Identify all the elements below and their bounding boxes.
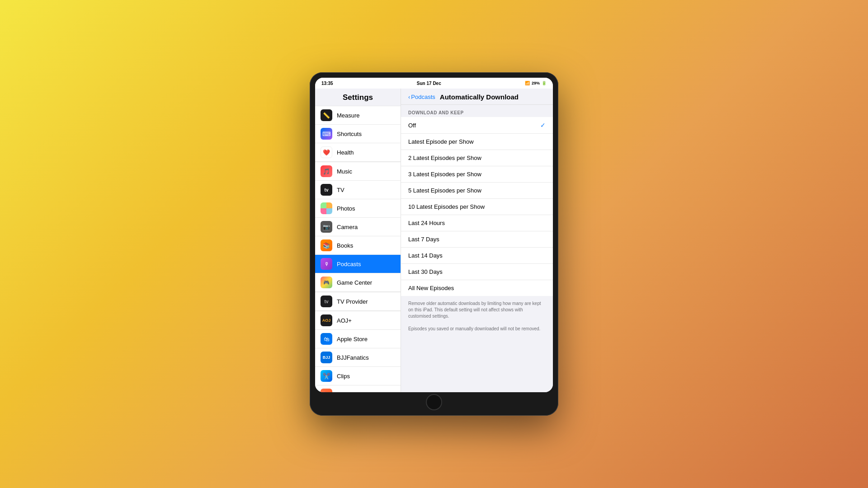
sidebar-label-music: Music (337, 168, 352, 175)
option-latest10-label: 10 Latest Episodes per Show (408, 203, 485, 210)
sidebar-label-applestore: Apple Store (337, 336, 368, 343)
sidebar-label-craft: Craft (337, 391, 349, 393)
sidebar-item-health[interactable]: ❤️ Health (315, 143, 401, 162)
option-last7[interactable]: Last 7 Days (401, 231, 553, 248)
sidebar-item-gamecenter[interactable]: 🎮 Game Center (315, 273, 401, 292)
shortcuts-icon: ⌨ (321, 128, 332, 140)
sidebar-item-measure[interactable]: 📏 Measure (315, 106, 401, 125)
sidebar-label-books: Books (337, 242, 353, 249)
sidebar: Settings 📏 Measure ⌨ Shortcuts ❤️ Health (315, 89, 401, 392)
sidebar-title: Settings (315, 89, 401, 106)
sidebar-item-craft[interactable]: ✏️ Craft (315, 385, 401, 392)
measure-icon: 📏 (321, 109, 332, 121)
options-list: Off ✓ Latest Episode per Show 2 Latest E… (401, 117, 553, 296)
photos-icon (321, 202, 332, 214)
music-icon: 🎵 (321, 165, 332, 177)
tvprovider-icon: tv (321, 296, 332, 307)
section-header-download: DOWNLOAD AND KEEP (401, 105, 553, 117)
option-last24-label: Last 24 Hours (408, 220, 445, 226)
option-last30-label: Last 30 Days (408, 268, 443, 275)
sidebar-item-aoj[interactable]: AOJ AOJ+ (315, 311, 401, 330)
panel-header: ‹ Podcasts Automatically Download (401, 89, 553, 105)
sidebar-item-applestore[interactable]: 🛍 Apple Store (315, 330, 401, 348)
option-latest5[interactable]: 5 Latest Episodes per Show (401, 183, 553, 199)
sidebar-label-health: Health (337, 149, 354, 156)
books-icon: 📚 (321, 239, 332, 251)
option-latest10[interactable]: 10 Latest Episodes per Show (401, 199, 553, 215)
ipad-screen: 13:35 Sun 17 Dec 📶 29% 🔋 Settings 📏 Meas… (315, 78, 553, 392)
option-last14-label: Last 14 Days (408, 252, 443, 259)
sidebar-label-tvprovider: TV Provider (337, 298, 368, 305)
ipad-frame: 13:35 Sun 17 Dec 📶 29% 🔋 Settings 📏 Meas… (310, 72, 558, 416)
sidebar-item-tv[interactable]: tv TV (315, 181, 401, 199)
sidebar-section-media: 🎵 Music tv TV Photos 📷 Camera (315, 162, 401, 292)
option-latest2[interactable]: 2 Latest Episodes per Show (401, 150, 553, 166)
panel-body: DOWNLOAD AND KEEP Off ✓ Latest Episode p… (401, 105, 553, 392)
back-label: Podcasts (411, 94, 435, 100)
panel-title: Automatically Download (440, 93, 519, 101)
sidebar-item-podcasts[interactable]: 🎙 Podcasts (315, 255, 401, 273)
option-last7-label: Last 7 Days (408, 236, 439, 243)
back-chevron-icon: ‹ (408, 94, 410, 100)
sidebar-item-tvprovider[interactable]: tv TV Provider (315, 292, 401, 311)
home-button[interactable] (426, 394, 442, 410)
sidebar-label-gamecenter: Game Center (337, 279, 372, 286)
bjj-icon: BJJ (321, 352, 332, 363)
option-last30[interactable]: Last 30 Days (401, 264, 553, 280)
main-content: Settings 📏 Measure ⌨ Shortcuts ❤️ Health (315, 89, 553, 392)
battery-icon: 🔋 (542, 81, 547, 85)
sidebar-section-provider: tv TV Provider (315, 292, 401, 311)
option-latest2-label: 2 Latest Episodes per Show (408, 155, 481, 161)
option-off-label: Off (408, 122, 416, 129)
battery-percent: 29% (532, 81, 540, 85)
footnote-2: Episodes you saved or manually downloade… (401, 324, 553, 337)
status-right: 📶 29% 🔋 (525, 81, 547, 85)
podcasts-icon: 🎙 (321, 258, 332, 270)
sidebar-item-books[interactable]: 📚 Books (315, 236, 401, 255)
checkmark-off: ✓ (540, 122, 546, 129)
option-latest1-label: Latest Episode per Show (408, 138, 474, 145)
sidebar-label-camera: Camera (337, 224, 358, 230)
footnote-1: Remove older automatic downloads by limi… (401, 296, 553, 324)
option-off[interactable]: Off ✓ (401, 117, 553, 134)
option-latest1[interactable]: Latest Episode per Show (401, 134, 553, 150)
status-time: 13:35 (321, 81, 333, 86)
sidebar-section-utilities: 📏 Measure ⌨ Shortcuts ❤️ Health (315, 106, 401, 162)
sidebar-item-music[interactable]: 🎵 Music (315, 162, 401, 181)
option-allnew[interactable]: All New Episodes (401, 280, 553, 296)
option-last14[interactable]: Last 14 Days (401, 248, 553, 264)
status-bar: 13:35 Sun 17 Dec 📶 29% 🔋 (315, 78, 553, 89)
sidebar-item-camera[interactable]: 📷 Camera (315, 218, 401, 236)
sidebar-label-shortcuts: Shortcuts (337, 131, 362, 137)
craft-icon: ✏️ (321, 389, 332, 392)
sidebar-item-clips[interactable]: ✂️ Clips (315, 367, 401, 385)
sidebar-label-measure: Measure (337, 112, 360, 119)
option-latest5-label: 5 Latest Episodes per Show (408, 187, 481, 194)
sidebar-label-tv: TV (337, 187, 344, 193)
sidebar-label-aoj: AOJ+ (337, 317, 352, 324)
sidebar-label-photos: Photos (337, 205, 355, 212)
sidebar-label-bjj: BJJFanatics (337, 354, 369, 361)
status-date: Sun 17 Dec (417, 81, 441, 86)
camera-icon: 📷 (321, 221, 332, 233)
sidebar-item-shortcuts[interactable]: ⌨ Shortcuts (315, 125, 401, 143)
sidebar-label-clips: Clips (337, 373, 350, 380)
sidebar-label-podcasts: Podcasts (337, 261, 361, 267)
sidebar-item-photos[interactable]: Photos (315, 199, 401, 218)
sidebar-item-bjj[interactable]: BJJ BJJFanatics (315, 348, 401, 367)
clips-icon: ✂️ (321, 370, 332, 382)
health-icon: ❤️ (321, 146, 332, 158)
option-latest3-label: 3 Latest Episodes per Show (408, 171, 481, 178)
option-last24[interactable]: Last 24 Hours (401, 215, 553, 231)
right-panel: ‹ Podcasts Automatically Download DOWNLO… (401, 89, 553, 392)
aoj-icon: AOJ (321, 314, 332, 326)
tv-icon: tv (321, 184, 332, 196)
gamecenter-icon: 🎮 (321, 277, 332, 288)
option-latest3[interactable]: 3 Latest Episodes per Show (401, 166, 553, 183)
option-allnew-label: All New Episodes (408, 285, 454, 291)
wifi-icon: 📶 (525, 81, 530, 85)
back-button[interactable]: ‹ Podcasts (408, 94, 435, 100)
applestore-icon: 🛍 (321, 333, 332, 345)
sidebar-section-apps: AOJ AOJ+ 🛍 Apple Store BJJ BJJFanatics ✂… (315, 311, 401, 392)
